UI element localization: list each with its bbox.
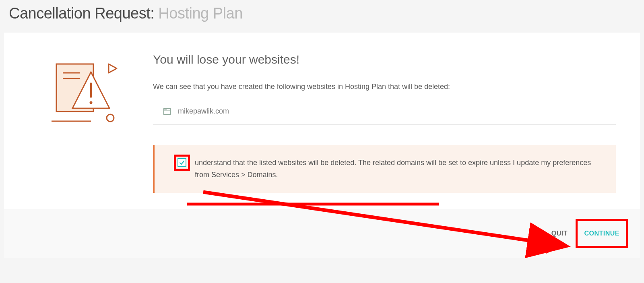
browser-window-icon	[163, 108, 171, 115]
page-title: Cancellation Request: Hosting Plan	[9, 5, 635, 22]
confirmation-checkbox[interactable]	[178, 158, 186, 167]
svg-point-11	[164, 109, 165, 110]
website-list-item: mikepawlik.com	[153, 107, 616, 125]
cancellation-card: You will lose your websites! We can see …	[4, 33, 640, 258]
svg-marker-6	[109, 64, 117, 73]
card-body: You will lose your websites! We can see …	[4, 33, 640, 209]
svg-point-12	[165, 109, 166, 110]
checkbox-highlight	[174, 155, 190, 171]
title-prefix: Cancellation Request:	[9, 5, 154, 22]
svg-point-13	[166, 109, 167, 110]
quit-button[interactable]: QUIT	[546, 224, 573, 243]
main-content: You will lose your websites! We can see …	[153, 53, 628, 193]
title-suffix: Hosting Plan	[158, 5, 242, 22]
continue-button[interactable]: CONTINUE	[576, 219, 628, 248]
card-footer: QUIT CONTINUE	[4, 209, 640, 258]
website-name: mikepawlik.com	[178, 107, 229, 116]
warning-heading: You will lose your websites!	[153, 53, 616, 66]
document-warning-icon	[16, 53, 153, 193]
warning-description: We can see that you have created the fol…	[153, 83, 616, 91]
confirmation-box: understand that the listed websites will…	[153, 145, 616, 193]
check-icon	[179, 160, 185, 165]
page-header: Cancellation Request: Hosting Plan	[0, 0, 644, 33]
svg-point-5	[89, 101, 92, 104]
confirmation-text: understand that the listed websites will…	[192, 157, 604, 181]
svg-point-7	[107, 114, 114, 122]
